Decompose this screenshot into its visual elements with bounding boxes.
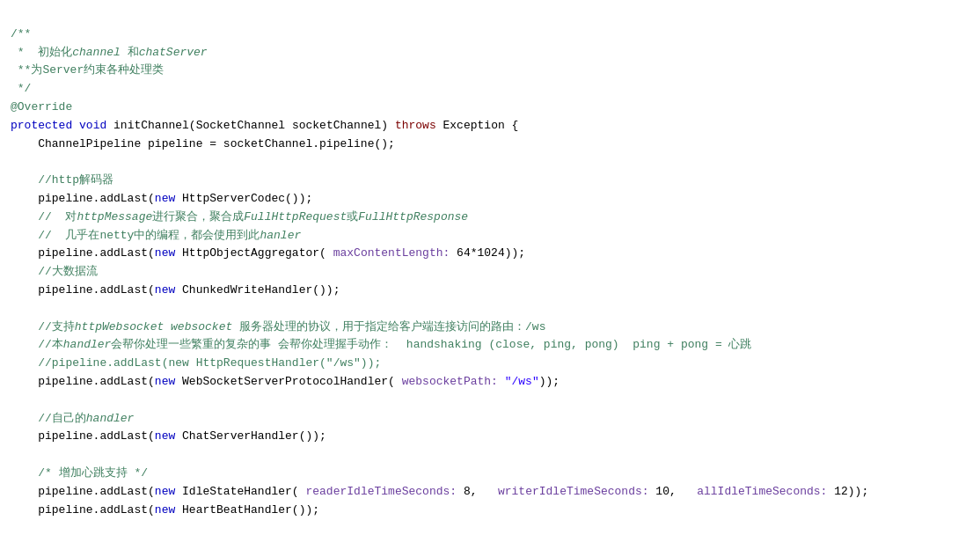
code-line: //大数据流 [0, 263, 980, 282]
code-token: IdleStateHandler( [175, 485, 305, 498]
code-token: httpMessage [77, 210, 152, 224]
code-token: new [155, 485, 175, 498]
code-token: allIdleTimeSeconds: [697, 485, 827, 498]
code-token: void [79, 119, 106, 132]
code-token: 或 [347, 210, 358, 224]
code-token: pipeline.addLast( [11, 375, 155, 388]
code-line: */ [0, 80, 980, 99]
code-token [72, 119, 79, 132]
code-line: * 初始化channel 和chatServer [0, 44, 980, 62]
code-token: new [155, 283, 175, 297]
code-line: //自己的handler [0, 410, 980, 429]
code-token: HeartBeatHandler()); [175, 503, 319, 517]
code-token: 进行聚合，聚合成 [152, 210, 244, 224]
code-token: new [155, 375, 175, 388]
code-token: 8, [457, 485, 498, 498]
code-token: websocketPath: [402, 375, 498, 388]
code-token: new [155, 503, 175, 517]
code-token: * 初始化 [11, 46, 72, 59]
code-token: ChunkedWriteHandler()); [175, 283, 340, 297]
code-line [0, 519, 980, 535]
code-line: pipeline.addLast(new HttpObjectAggregato… [0, 245, 980, 263]
code-token: @Override [11, 100, 72, 114]
code-line [0, 153, 980, 172]
code-line: // 对httpMessage进行聚合，聚合成FullHttpRequest或F… [0, 209, 980, 227]
code-token: protected [11, 119, 72, 132]
code-token: handler [63, 338, 112, 351]
code-token: new [155, 246, 175, 260]
code-token: FullHttpResponse [358, 210, 468, 224]
code-token: /** [11, 27, 31, 40]
code-line: pipeline.addLast(new ChunkedWriteHandler… [0, 282, 980, 300]
code-token: //本 [11, 338, 63, 351]
code-token: initChannel(SocketChannel socketChannel) [106, 119, 395, 132]
code-token: 10, [649, 485, 698, 498]
code-token: //pipeline.addLast(new HttpRequestHandle… [11, 356, 381, 370]
code-line: /** [0, 26, 980, 44]
code-editor: /** * 初始化channel 和chatServer **为Server约束… [0, 0, 980, 535]
code-token: //支持 [11, 320, 75, 333]
code-token: 服务器处理的协议，用于指定给客户端连接访问的路由：/ws [232, 320, 545, 333]
code-line: **为Server约束各种处理类 [0, 62, 980, 80]
code-line: // 几乎在netty中的编程，都会使用到此hanler [0, 227, 980, 246]
code-token: FullHttpRequest [244, 210, 347, 224]
code-token: HttpObjectAggregator( [175, 246, 333, 260]
code-line: ChannelPipeline pipeline = socketChannel… [0, 136, 980, 154]
code-token: pipeline.addLast( [11, 503, 155, 517]
code-line: pipeline.addLast(new ChatServerHandler()… [0, 428, 980, 446]
code-line: @Override [0, 99, 980, 117]
code-line [0, 300, 980, 319]
code-line: //支持httpWebsocket websocket 服务器处理的协议，用于指… [0, 319, 980, 337]
code-token: */ [11, 82, 31, 95]
code-token: hanler [260, 229, 301, 242]
code-line [0, 392, 980, 410]
code-token: pipeline.addLast( [11, 429, 155, 443]
code-token: readerIdleTimeSeconds: [305, 485, 457, 498]
code-token: handler [86, 412, 135, 425]
code-token: channel [72, 46, 121, 59]
code-token: httpWebsocket websocket [75, 320, 232, 333]
code-line: //http解码器 [0, 172, 980, 190]
code-token: chatServer [139, 46, 208, 59]
code-token: //大数据流 [11, 265, 98, 278]
code-token: "/ws" [505, 375, 539, 388]
code-token: Exception { [436, 119, 519, 132]
code-token: // 几乎在netty中的编程，都会使用到此 [11, 229, 260, 242]
code-token: new [155, 192, 175, 205]
code-token: 会帮你处理一些繁重的复杂的事 会帮你处理握手动作： handshaking (c… [111, 338, 751, 351]
code-line: pipeline.addLast(new HeartBeatHandler())… [0, 502, 980, 520]
code-token: 64*1024)); [450, 246, 525, 260]
code-line: protected void initChannel(SocketChannel… [0, 117, 980, 136]
code-token: pipeline.addLast( [11, 485, 155, 498]
code-token: )); [539, 375, 559, 388]
code-token: writerIdleTimeSeconds: [498, 485, 649, 498]
code-line: pipeline.addLast(new HttpServerCodec()); [0, 190, 980, 209]
code-token [498, 375, 505, 388]
code-token: new [155, 429, 175, 443]
code-token: // 对 [11, 210, 77, 224]
code-token: //自己的 [11, 412, 86, 425]
code-token: pipeline.addLast( [11, 283, 155, 297]
code-token: pipeline.addLast( [11, 192, 155, 205]
code-token: HttpServerCodec()); [175, 192, 312, 205]
code-token: pipeline.addLast( [11, 246, 155, 260]
code-token: throws [395, 119, 436, 132]
code-token: WebSocketServerProtocolHandler( [175, 375, 401, 388]
code-token: ChatServerHandler()); [175, 429, 326, 443]
code-line: //本handler会帮你处理一些繁重的复杂的事 会帮你处理握手动作： hand… [0, 336, 980, 355]
code-line [0, 446, 980, 465]
code-token: **为Server约束各种处理类 [11, 63, 164, 77]
code-token: //http解码器 [11, 173, 113, 187]
code-line: /* 增加心跳支持 */ [0, 465, 980, 483]
code-token: ChannelPipeline pipeline = socketChannel… [11, 137, 395, 150]
code-token: 和 [121, 46, 139, 59]
code-line: pipeline.addLast(new IdleStateHandler( r… [0, 483, 980, 502]
code-line: pipeline.addLast(new WebSocketServerProt… [0, 373, 980, 392]
code-token: maxContentLength: [333, 246, 450, 260]
code-token: /* 增加心跳支持 */ [11, 466, 148, 480]
code-line: //pipeline.addLast(new HttpRequestHandle… [0, 355, 980, 373]
code-token: 12)); [827, 485, 868, 498]
